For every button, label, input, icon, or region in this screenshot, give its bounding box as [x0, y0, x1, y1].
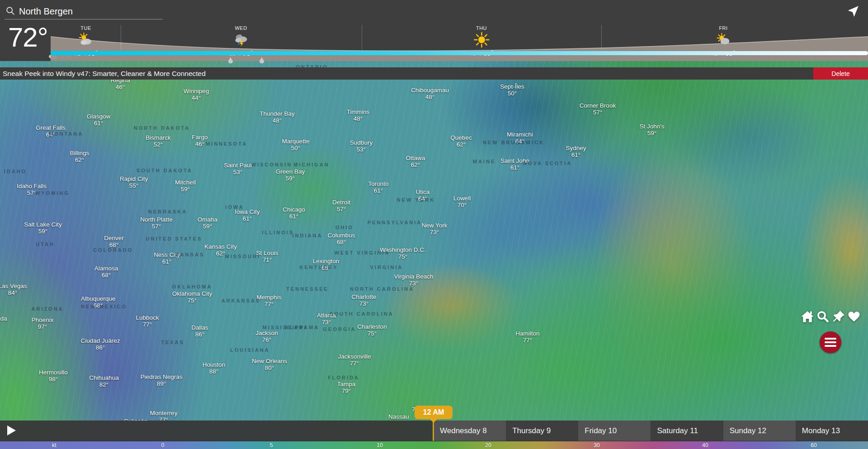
map-region-label: MINNESOTA	[206, 141, 247, 147]
map-city-label: Chicago61°	[283, 206, 305, 220]
map-city-label: Quebec62°	[450, 134, 472, 148]
map-region-label: ARKANSAS	[222, 298, 260, 303]
map-city-label: Marquette50°	[282, 138, 310, 151]
rain-thunder-icon	[233, 32, 249, 48]
map-city-label: Billings62°	[70, 150, 90, 163]
top-bar: 72° 8 kt TUE71° / 79°WED58° / 70°THU49° …	[0, 0, 868, 61]
map-city-label: Charlotte73°	[352, 293, 377, 307]
play-button[interactable]	[7, 425, 16, 435]
map-city-label: Ciudad Juárez86°	[80, 337, 120, 351]
map-region-label: MONTANA	[49, 131, 83, 137]
map-city-label: Winnipeg44°	[184, 88, 209, 101]
map-region-label: NORTH DAKOTA	[134, 125, 190, 131]
forecast-progress-bar[interactable]	[51, 51, 868, 55]
map-region-label: OKLAHOMA	[172, 284, 212, 289]
delete-notification-button[interactable]: Delete	[813, 67, 868, 80]
map-city-label: Detroit57°	[332, 199, 350, 213]
map-city-label: Toronto61°	[368, 180, 388, 194]
timeline-day-label: Sunday 12	[723, 421, 796, 441]
forecast-day-divider	[362, 25, 362, 49]
map-city-label: Virginia Beach73°	[394, 273, 434, 287]
map-city-label: Columbus68°	[328, 232, 355, 246]
legend-tick-20: 20	[485, 442, 491, 449]
map-city-label: Jacksonville77°	[338, 353, 371, 367]
menu-button[interactable]	[820, 331, 841, 353]
favorites-heart-icon[interactable]	[847, 310, 861, 323]
legend-tick-5: 5	[270, 442, 273, 449]
map-city-label: Rapid City55°	[120, 175, 148, 189]
timeline-time-tooltip: 12 AM	[415, 406, 453, 419]
map-city-label: Dallas86°	[191, 324, 208, 338]
map-city-label: Chihuahua82°	[89, 374, 118, 388]
timeline-day-3[interactable]: Friday 10	[578, 421, 651, 441]
map-city-label: da	[0, 315, 7, 322]
timeline-day-2[interactable]: Thursday 9	[506, 421, 578, 441]
map-region-label: TENNESSEE	[286, 286, 329, 292]
map-city-label: Timmins48°	[347, 109, 370, 122]
timeline-day-1[interactable]: Wednesday 8	[434, 421, 506, 441]
map-city-label: Green Bay59°	[276, 168, 305, 182]
map-region-label: VIRGINIA	[370, 265, 403, 270]
forecast-day-label: TUE	[74, 25, 98, 31]
map-city-label: Salt Lake City59°	[24, 221, 61, 235]
timeline-day-label: Thursday 9	[506, 421, 578, 441]
timeline-bar[interactable]: Wednesday 8Thursday 9Friday 10Saturday 1…	[0, 421, 868, 441]
map-region-label: COLORADO	[93, 247, 133, 253]
timeline-day-5[interactable]: Sunday 12	[723, 421, 796, 441]
locate-me-icon[interactable]	[846, 5, 860, 18]
home-icon[interactable]	[801, 310, 814, 323]
map-city-label: Charleston75°	[357, 323, 387, 337]
map-tools	[801, 307, 861, 353]
map-region-label: OHIO	[335, 225, 354, 230]
map-city-label: Sydney61°	[566, 145, 586, 158]
map-city-label: Sudbury53°	[350, 139, 373, 153]
forecast-day-divider	[601, 25, 602, 49]
timeline-day-4[interactable]: Saturday 11	[651, 421, 723, 441]
search-map-icon[interactable]	[816, 310, 830, 323]
map-city-label: Hermosillo98°	[39, 369, 68, 383]
forecast-day-label: WED	[229, 25, 253, 31]
map-region-label: WYOMING	[35, 190, 70, 196]
legend-tick-60: 60	[811, 442, 816, 449]
map-region-label: TEXAS	[161, 340, 184, 345]
map-region-label: WISCONSIN	[251, 162, 292, 167]
map-city-label: Chibougamau48°	[411, 87, 449, 100]
map-city-label: Piedras Negras89°	[140, 373, 182, 387]
rain-drop-icon	[259, 57, 264, 63]
map-region-label: NEW YORK	[397, 197, 435, 203]
sun-behind-cloud-icon	[715, 32, 731, 48]
timeline-day-6[interactable]: Monday 13	[796, 421, 868, 441]
map-city-label: Houston88°	[203, 361, 225, 375]
map-city-label: Lubbock77°	[136, 314, 159, 328]
map-city-label: Iowa City61°	[235, 208, 260, 222]
legend-tick-0: 0	[161, 442, 165, 449]
map-region-label: GEORGIA	[323, 326, 356, 332]
map-city-label: Alamosa68°	[94, 265, 118, 279]
map-region-label: FLORIDA	[328, 375, 359, 380]
map-city-label: New Orleans80°	[252, 358, 287, 371]
partly-cloudy-icon	[78, 32, 94, 48]
map-region-label: WEST VIRGINIA	[335, 250, 390, 255]
sunny-icon	[473, 32, 490, 48]
map-region-label: KENTUCKY	[299, 265, 338, 270]
map-city-label: Saint Paul53°	[224, 162, 252, 175]
map-city-label: Tampa79°	[337, 381, 356, 394]
timeline-day-label: Monday 13	[796, 421, 868, 441]
legend-tick-30: 30	[594, 442, 599, 449]
forecast-day-label: FRI	[711, 25, 735, 31]
map-region-label: SOUTH DAKOTA	[137, 168, 193, 173]
map-region-label: MISSOURI	[225, 254, 260, 259]
map-region-label: NORTH CAROLINA	[350, 286, 414, 292]
wind-speed-legend[interactable]: kt051020304060	[0, 441, 868, 449]
map-city-label: St John's59°	[639, 123, 664, 137]
map-region-label: KANSAS	[175, 252, 204, 257]
timeline-day-label: Friday 10	[578, 421, 651, 441]
map-region-label: MAINE	[473, 159, 495, 164]
forecast-day-label: THU	[469, 25, 493, 31]
legend-tick-10: 10	[377, 442, 382, 449]
map-city-label: Omaha59°	[198, 216, 217, 230]
map-city-label: Sept-Îles50°	[500, 83, 524, 97]
current-temperature: 72°	[8, 22, 48, 53]
map-city-label: New York73°	[421, 222, 447, 236]
pin-icon[interactable]	[832, 310, 845, 323]
